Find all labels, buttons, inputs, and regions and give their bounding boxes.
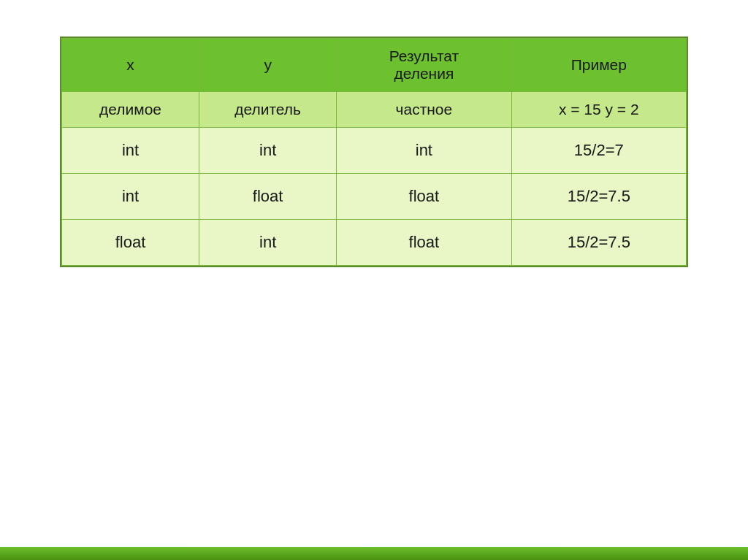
row3-x: float — [62, 220, 199, 266]
subheader-x: делимое — [62, 92, 199, 128]
row1-y: int — [199, 128, 337, 174]
header-example: Пример — [511, 39, 686, 92]
data-row-1: int int int 15/2=7 — [62, 128, 687, 174]
subheader-result: частное — [337, 92, 511, 128]
header-x: x — [62, 39, 199, 92]
row2-x: int — [62, 174, 199, 220]
subheader-y: делитель — [199, 92, 337, 128]
subheader-row: делимое делитель частное x = 15 y = 2 — [62, 92, 687, 128]
header-row: x y Результат деления Пример — [62, 39, 687, 92]
subheader-example: x = 15 y = 2 — [511, 92, 686, 128]
bottom-bar — [0, 547, 748, 560]
row3-y: int — [199, 220, 337, 266]
row1-x: int — [62, 128, 199, 174]
row3-example: 15/2=7.5 — [511, 220, 686, 266]
data-row-3: float int float 15/2=7.5 — [62, 220, 687, 266]
division-table: x y Результат деления Пример делимое дел… — [60, 37, 688, 267]
row1-example: 15/2=7 — [511, 128, 686, 174]
page-content: x y Результат деления Пример делимое дел… — [0, 0, 748, 547]
header-result-line2: деления — [394, 65, 454, 82]
row3-result: float — [337, 220, 511, 266]
header-result-line1: Результат — [389, 47, 459, 64]
row2-example: 15/2=7.5 — [511, 174, 686, 220]
header-y: y — [199, 39, 337, 92]
header-result: Результат деления — [337, 39, 511, 92]
data-row-2: int float float 15/2=7.5 — [62, 174, 687, 220]
row2-result: float — [337, 174, 511, 220]
row2-y: float — [199, 174, 337, 220]
row1-result: int — [337, 128, 511, 174]
